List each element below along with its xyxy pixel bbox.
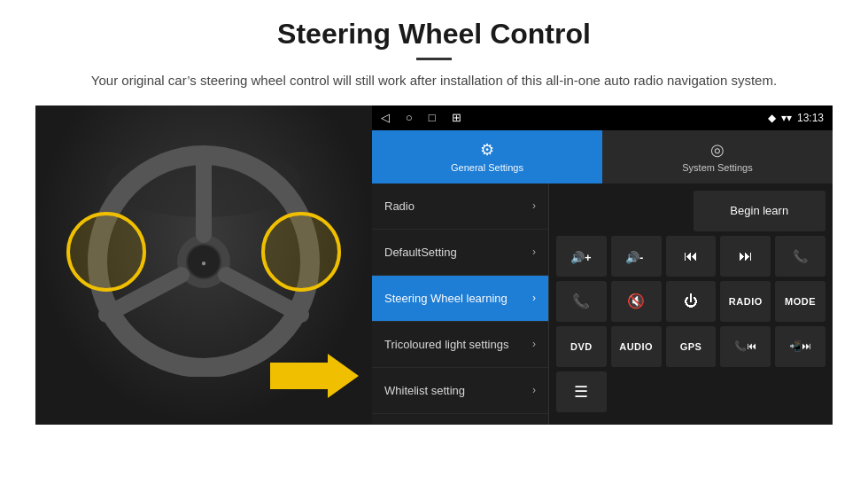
chevron-icon: › [532, 384, 536, 396]
tab-general-label: General Settings [451, 162, 523, 173]
home-icon[interactable]: ○ [406, 111, 413, 124]
tab-system-label: System Settings [682, 162, 752, 173]
prev-track-button[interactable]: ⏮ [666, 236, 717, 277]
time-display: 13:13 [797, 112, 824, 124]
chevron-icon: › [532, 338, 536, 350]
control-row-3: DVD AUDIO GPS 📞⏮ 📲⏭ [556, 326, 825, 367]
grid-icon[interactable]: ⊞ [452, 111, 461, 124]
gps-button[interactable]: GPS [666, 326, 717, 367]
phone-prev-button[interactable]: 📞⏮ [720, 326, 771, 367]
vol-up-button[interactable]: 🔊+ [556, 236, 607, 277]
recents-icon[interactable]: □ [429, 111, 436, 124]
list-button[interactable]: ☰ [556, 371, 607, 412]
mute-button[interactable]: 🔇 [611, 281, 662, 322]
highlight-right [261, 212, 341, 292]
menu-item-defaultsetting[interactable]: DefaultSetting › [372, 230, 548, 276]
menu-item-whitelist[interactable]: Whitelist setting › [372, 368, 548, 414]
right-controls: Begin learn 🔊+ 🔊- ⏮ ⏭ 📞 [549, 184, 833, 425]
page-title: Steering Wheel Control [35, 18, 833, 51]
svg-marker-9 [270, 354, 359, 398]
mode-button[interactable]: MODE [775, 281, 825, 322]
system-icon: ◎ [710, 140, 725, 160]
status-right: ◆ ▾▾ 13:13 [768, 112, 824, 124]
top-control-row: Begin learn [556, 191, 825, 231]
subtitle: Your original car’s steering wheel contr… [80, 71, 788, 91]
dvd-button[interactable]: DVD [556, 326, 607, 367]
menu-list: Radio › DefaultSetting › Steering Wheel … [372, 184, 549, 425]
next-track-button[interactable]: ⏭ [720, 236, 771, 277]
menu-item-radio[interactable]: Radio › [372, 184, 548, 230]
svg-text:●: ● [201, 258, 206, 268]
menu-default-label: DefaultSetting [384, 246, 457, 259]
android-panel: ◁ ○ □ ⊞ ◆ ▾▾ 13:13 ⚙ General Settings [372, 105, 833, 425]
menu-tri-label: Tricoloured light settings [384, 338, 508, 351]
svg-text:🔊+: 🔊+ [570, 250, 592, 265]
control-row-1: 🔊+ 🔊- ⏮ ⏭ 📞 [556, 236, 825, 277]
empty-indicator-box [556, 191, 689, 231]
page-wrapper: Steering Wheel Control Your original car… [0, 0, 868, 434]
nav-icons: ◁ ○ □ ⊞ [381, 111, 461, 124]
wifi-icon: ▾▾ [781, 112, 792, 124]
back-icon[interactable]: ◁ [381, 111, 390, 124]
steering-wheel-image: ● [35, 105, 372, 425]
control-row-2: 📞 🔇 ⏻ RADIO MODE [556, 281, 825, 322]
call-button[interactable]: 📞 [556, 281, 607, 322]
chevron-icon: › [532, 199, 536, 212]
phone-button[interactable]: 📞 [775, 236, 825, 277]
menu-item-steering-wheel[interactable]: Steering Wheel learning › [372, 276, 548, 322]
tab-general-settings[interactable]: ⚙ General Settings [372, 130, 602, 184]
power-button[interactable]: ⏻ [666, 281, 717, 322]
chevron-icon: › [532, 246, 536, 258]
location-icon: ◆ [768, 112, 776, 124]
content-area: ● ◁ ○ □ ⊞ [35, 105, 833, 425]
begin-learn-button[interactable]: Begin learn [694, 191, 826, 231]
chevron-icon: › [532, 292, 536, 304]
audio-button[interactable]: AUDIO [611, 326, 662, 367]
radio-button[interactable]: RADIO [720, 281, 771, 322]
tab-system-settings[interactable]: ◎ System Settings [602, 130, 833, 184]
control-row-4: ☰ [556, 371, 825, 412]
menu-radio-label: Radio [384, 199, 415, 213]
highlight-left [66, 212, 146, 292]
vol-down-button[interactable]: 🔊- [611, 236, 662, 277]
svg-text:🔊-: 🔊- [625, 250, 643, 265]
menu-area: Radio › DefaultSetting › Steering Wheel … [372, 184, 833, 425]
status-bar: ◁ ○ □ ⊞ ◆ ▾▾ 13:13 [372, 105, 833, 130]
arrow-indicator [270, 349, 359, 402]
tab-bar: ⚙ General Settings ◎ System Settings [372, 130, 833, 184]
menu-item-tricoloured[interactable]: Tricoloured light settings › [372, 322, 548, 368]
menu-white-label: Whitelist setting [384, 384, 465, 397]
steering-bg: ● [35, 105, 372, 425]
phone-next-button[interactable]: 📲⏭ [775, 326, 825, 367]
title-divider [416, 58, 452, 60]
title-section: Steering Wheel Control Your original car… [35, 18, 833, 91]
gear-icon: ⚙ [480, 140, 494, 160]
menu-sw-label: Steering Wheel learning [384, 292, 508, 305]
